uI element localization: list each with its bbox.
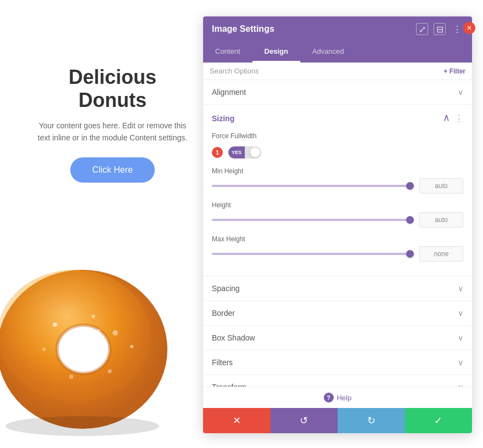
height-slider-row: Height auto xyxy=(212,201,463,228)
force-fullwidth-toggle[interactable]: YES xyxy=(228,146,261,158)
sizing-more[interactable]: ⋮ xyxy=(454,114,463,124)
min-height-value[interactable]: auto xyxy=(419,178,463,194)
panel-footer: ? Help xyxy=(203,387,472,408)
page-title: Delicious Donuts xyxy=(33,66,192,112)
filter-button[interactable]: + Filter xyxy=(443,67,465,75)
alignment-chevron: ∨ xyxy=(458,88,463,97)
spacing-chevron: ∨ xyxy=(458,284,463,293)
save-button[interactable]: ✓ xyxy=(405,408,473,433)
sizing-content: Force Fullwidth 1 YES Min Height auto xyxy=(203,132,472,276)
undo-button[interactable]: ↺ xyxy=(271,408,338,433)
filters-label: Filters xyxy=(212,358,233,367)
box-shadow-chevron: ∨ xyxy=(458,333,463,342)
panel-title: Image Settings xyxy=(212,24,274,34)
height-container: auto xyxy=(212,212,463,228)
toggle-knob xyxy=(250,148,260,157)
transform-label: Transform xyxy=(212,383,246,387)
height-thumb[interactable] xyxy=(406,216,414,224)
undo-icon: ↺ xyxy=(300,415,308,427)
height-label: Height xyxy=(212,201,463,209)
action-bar: ✕ ↺ ↻ ✓ xyxy=(203,408,472,433)
section-filters[interactable]: Filters ∨ xyxy=(203,350,472,375)
column-icon[interactable]: ⊟ xyxy=(434,23,446,35)
height-track[interactable] xyxy=(212,219,414,221)
donut-image xyxy=(0,240,192,448)
transform-chevron: ∨ xyxy=(458,383,463,387)
more-icon[interactable]: ⋮ xyxy=(451,23,463,35)
tab-design[interactable]: Design xyxy=(252,42,300,63)
height-fill xyxy=(212,219,414,221)
min-height-slider-row: Min Height auto xyxy=(212,167,463,194)
svg-point-7 xyxy=(42,348,46,351)
tab-content[interactable]: Content xyxy=(203,42,252,63)
page-content: Delicious Donuts Your content goes here.… xyxy=(33,66,192,183)
min-height-fill xyxy=(212,185,414,187)
tab-advanced[interactable]: Advanced xyxy=(300,42,356,63)
svg-point-4 xyxy=(53,322,57,327)
min-height-track[interactable] xyxy=(212,185,414,187)
min-height-label: Min Height xyxy=(212,167,463,175)
min-height-container: auto xyxy=(212,178,463,194)
section-box-shadow[interactable]: Box Shadow ∨ xyxy=(203,326,472,350)
section-spacing[interactable]: Spacing ∨ xyxy=(203,276,472,301)
section-border[interactable]: Border ∨ xyxy=(203,301,472,326)
fullscreen-icon[interactable]: ⤢ xyxy=(416,23,428,35)
help-link[interactable]: ? Help xyxy=(324,393,352,402)
svg-point-5 xyxy=(92,315,95,318)
border-chevron: ∨ xyxy=(458,309,463,317)
toggle-row: 1 YES xyxy=(212,144,463,158)
filters-chevron: ∨ xyxy=(458,358,463,367)
svg-point-12 xyxy=(98,329,100,331)
svg-point-9 xyxy=(108,370,112,373)
panel-header: Image Settings ⤢ ⊟ ⋮ xyxy=(203,16,472,42)
settings-panel: Image Settings ⤢ ⊟ ⋮ Content Design Adva… xyxy=(203,16,472,433)
svg-point-8 xyxy=(69,375,74,379)
max-height-label: Max Height xyxy=(212,235,463,243)
badge-1: 1 xyxy=(212,147,223,158)
height-value[interactable]: auto xyxy=(419,212,463,228)
svg-point-11 xyxy=(68,334,70,337)
max-height-slider-row: Max Height none xyxy=(212,235,463,262)
max-height-fill xyxy=(212,253,414,255)
click-here-button[interactable]: Click Here xyxy=(70,157,155,183)
save-icon: ✓ xyxy=(434,415,442,427)
force-fullwidth-label: Force Fullwidth xyxy=(212,132,463,140)
panel-close-button[interactable]: ✕ xyxy=(463,22,475,34)
spacing-label: Spacing xyxy=(212,284,240,293)
svg-point-10 xyxy=(130,345,133,348)
toggle-yes-label: YES xyxy=(228,146,245,158)
sizing-chevron-up: ∨ xyxy=(443,112,450,124)
sizing-header[interactable]: Sizing ∨ ⋮ xyxy=(203,105,472,132)
help-label: Help xyxy=(337,394,352,402)
min-height-thumb[interactable] xyxy=(406,182,414,190)
border-label: Border xyxy=(212,309,235,317)
sizing-label: Sizing xyxy=(212,114,234,123)
svg-point-6 xyxy=(113,330,118,336)
section-alignment[interactable]: Alignment ∨ xyxy=(203,80,472,105)
panel-body: Alignment ∨ Sizing ∨ ⋮ Force Fullwidth 1… xyxy=(203,80,472,387)
panel-tabs: Content Design Advanced xyxy=(203,42,472,63)
max-height-thumb[interactable] xyxy=(406,250,414,258)
box-shadow-label: Box Shadow xyxy=(212,333,255,342)
max-height-container: none xyxy=(212,246,463,262)
panel-header-icons: ⤢ ⊟ ⋮ xyxy=(416,23,463,35)
search-options-text: Search Options xyxy=(210,67,259,75)
max-height-track[interactable] xyxy=(212,253,414,255)
redo-button[interactable]: ↻ xyxy=(338,408,405,433)
max-height-value[interactable]: none xyxy=(419,246,463,262)
alignment-label: Alignment xyxy=(212,88,246,97)
section-transform[interactable]: Transform ∨ xyxy=(203,375,472,387)
cancel-button[interactable]: ✕ xyxy=(203,408,271,433)
svg-point-13 xyxy=(5,416,159,436)
page-text: Your content goes here. Edit or remove t… xyxy=(33,120,192,144)
cancel-icon: ✕ xyxy=(233,415,241,427)
redo-icon: ↻ xyxy=(367,415,375,427)
sizing-header-right: ∨ ⋮ xyxy=(443,112,463,124)
help-icon: ? xyxy=(324,393,334,402)
search-bar: Search Options + Filter xyxy=(203,63,472,80)
